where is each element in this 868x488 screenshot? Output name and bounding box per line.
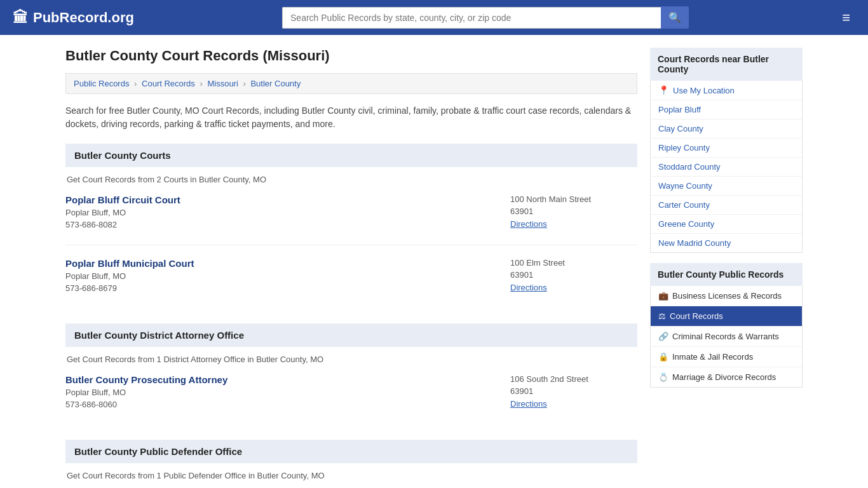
inmate-icon: 🔒 bbox=[658, 352, 668, 362]
sidebar-location-new-madrid[interactable]: New Madrid County bbox=[651, 234, 802, 252]
da-section-desc: Get Court Records from 1 District Attorn… bbox=[65, 355, 637, 364]
record-name-prosecuting: Butler County Prosecuting Attorney bbox=[65, 374, 510, 385]
page-title: Butler County Court Records (Missouri) bbox=[65, 48, 637, 64]
page-description: Search for free Butler County, MO Court … bbox=[65, 104, 637, 131]
directions-link-prosecuting[interactable]: Directions bbox=[510, 399, 547, 409]
record-zip-municipal: 63901 bbox=[510, 270, 637, 280]
pd-section-desc: Get Court Records from 1 Public Defender… bbox=[65, 471, 637, 480]
sidebar-location-wayne[interactable]: Wayne County bbox=[651, 177, 802, 196]
breadcrumb-public-records[interactable]: Public Records bbox=[74, 79, 129, 88]
court-icon: ⚖ bbox=[658, 311, 666, 321]
marriage-icon: 💍 bbox=[658, 372, 668, 382]
record-zip-circuit: 63901 bbox=[510, 207, 637, 216]
logo-text: PubRecord.org bbox=[33, 10, 134, 26]
breadcrumb-missouri[interactable]: Missouri bbox=[207, 79, 238, 88]
inmate-records-link[interactable]: Inmate & Jail Records bbox=[672, 352, 753, 362]
district-attorney-section: Butler County District Attorney Office G… bbox=[65, 323, 637, 424]
business-icon: 💼 bbox=[658, 291, 668, 301]
sidebar: Court Records near Butler County 📍 Use M… bbox=[650, 48, 803, 488]
record-entry-circuit-court: Poplar Bluff Circuit Court Poplar Bluff,… bbox=[65, 194, 637, 245]
directions-link-municipal[interactable]: Directions bbox=[510, 283, 547, 292]
site-header: 🏛 PubRecord.org 🔍 ≡ bbox=[0, 0, 868, 35]
sidebar-item-court-records[interactable]: ⚖ Court Records bbox=[651, 306, 802, 327]
record-city-circuit: Poplar Bluff, MO bbox=[65, 208, 510, 217]
record-name-circuit: Poplar Bluff Circuit Court bbox=[65, 194, 510, 205]
courts-section: Butler County Courts Get Court Records f… bbox=[65, 144, 637, 308]
sidebar-location-ripley[interactable]: Ripley County bbox=[651, 139, 802, 158]
criminal-records-link[interactable]: Criminal Records & Warrants bbox=[672, 332, 779, 341]
sidebar-public-records-list: 💼 Business Licenses & Records ⚖ Court Re… bbox=[650, 286, 803, 388]
directions-link-circuit[interactable]: Directions bbox=[510, 219, 547, 229]
sidebar-location-carter[interactable]: Carter County bbox=[651, 196, 802, 215]
sidebar-item-marriage-divorce[interactable]: 💍 Marriage & Divorce Records bbox=[651, 367, 802, 387]
criminal-icon: 🔗 bbox=[658, 332, 668, 341]
record-city-prosecuting: Poplar Bluff, MO bbox=[65, 388, 510, 397]
court-records-link[interactable]: Court Records bbox=[670, 311, 723, 321]
breadcrumb: Public Records › Court Records › Missour… bbox=[65, 73, 637, 94]
sidebar-location-greene[interactable]: Greene County bbox=[651, 215, 802, 234]
record-entry-prosecuting: Butler County Prosecuting Attorney Popla… bbox=[65, 374, 637, 424]
search-input[interactable] bbox=[282, 7, 661, 29]
business-licenses-link[interactable]: Business Licenses & Records bbox=[672, 291, 782, 301]
breadcrumb-court-records[interactable]: Court Records bbox=[142, 79, 195, 88]
record-entry-municipal-court: Poplar Bluff Municipal Court Poplar Bluf… bbox=[65, 258, 637, 308]
public-defender-section: Butler County Public Defender Office Get… bbox=[65, 440, 637, 480]
sidebar-nearby-list: 📍 Use My Location Poplar Bluff Clay Coun… bbox=[650, 81, 803, 253]
courts-section-header: Butler County Courts bbox=[65, 144, 637, 167]
record-address-circuit: 100 North Main Street bbox=[510, 194, 637, 204]
sidebar-location-poplar-bluff[interactable]: Poplar Bluff bbox=[651, 100, 802, 119]
record-name-municipal: Poplar Bluff Municipal Court bbox=[65, 258, 510, 269]
record-city-municipal: Poplar Bluff, MO bbox=[65, 271, 510, 281]
pd-section-header: Butler County Public Defender Office bbox=[65, 440, 637, 463]
site-logo[interactable]: 🏛 PubRecord.org bbox=[13, 9, 134, 27]
record-phone-circuit: 573-686-8082 bbox=[65, 220, 510, 229]
courts-section-desc: Get Court Records from 2 Courts in Butle… bbox=[65, 175, 637, 184]
sidebar-location-clay[interactable]: Clay County bbox=[651, 119, 802, 139]
page-container: Butler County Court Records (Missouri) P… bbox=[53, 35, 815, 488]
location-pin-icon: 📍 bbox=[658, 85, 669, 95]
sidebar-nearby-title: Court Records near Butler County bbox=[650, 48, 803, 81]
da-section-header: Butler County District Attorney Office bbox=[65, 323, 637, 347]
marriage-divorce-link[interactable]: Marriage & Divorce Records bbox=[672, 372, 776, 382]
search-button[interactable]: 🔍 bbox=[661, 6, 689, 29]
record-address-prosecuting: 106 South 2nd Street bbox=[510, 374, 637, 384]
menu-button[interactable]: ≡ bbox=[837, 7, 855, 29]
record-phone-prosecuting: 573-686-8060 bbox=[65, 400, 510, 409]
search-bar: 🔍 bbox=[282, 6, 689, 29]
sidebar-public-records-title: Butler County Public Records bbox=[650, 263, 803, 286]
logo-icon: 🏛 bbox=[13, 9, 28, 27]
sidebar-item-business-licenses[interactable]: 💼 Business Licenses & Records bbox=[651, 286, 802, 306]
sidebar-item-inmate-records[interactable]: 🔒 Inmate & Jail Records bbox=[651, 347, 802, 367]
use-my-location-link[interactable]: Use My Location bbox=[673, 86, 735, 95]
sidebar-location-stoddard[interactable]: Stoddard County bbox=[651, 158, 802, 177]
record-zip-prosecuting: 63901 bbox=[510, 386, 637, 396]
record-phone-municipal: 573-686-8679 bbox=[65, 283, 510, 293]
breadcrumb-butler-county[interactable]: Butler County bbox=[250, 79, 301, 88]
record-address-municipal: 100 Elm Street bbox=[510, 258, 637, 268]
sidebar-use-location[interactable]: 📍 Use My Location bbox=[651, 81, 802, 100]
main-content: Butler County Court Records (Missouri) P… bbox=[65, 48, 637, 488]
sidebar-item-criminal-records[interactable]: 🔗 Criminal Records & Warrants bbox=[651, 327, 802, 347]
